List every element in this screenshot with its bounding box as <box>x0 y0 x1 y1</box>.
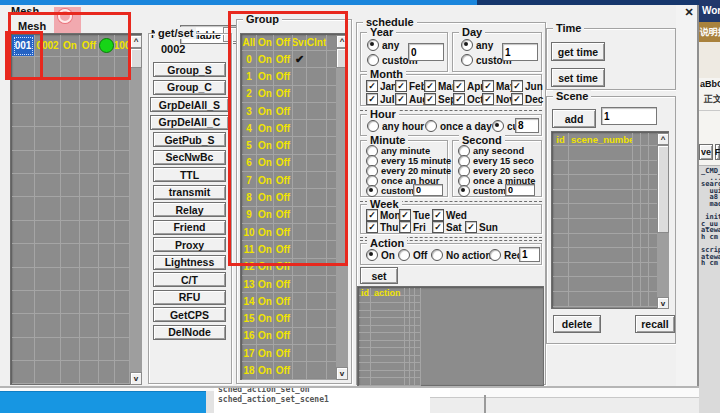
getset-button-grpdelall-s[interactable]: GrpDelAll_S <box>150 97 229 112</box>
scene-number-input[interactable] <box>601 107 657 125</box>
radio-icon[interactable] <box>367 39 379 51</box>
close-icon[interactable]: ✕ <box>682 5 696 19</box>
checkbox-item-sat[interactable]: ✓Sat <box>432 221 465 233</box>
checkbox-icon[interactable]: ✓ <box>465 221 477 233</box>
radio-icon[interactable] <box>492 120 504 132</box>
group-svr-cell[interactable] <box>293 310 307 327</box>
hour-custom-input[interactable] <box>515 118 539 133</box>
radio-icon[interactable] <box>489 249 501 261</box>
group-on-cell[interactable]: On <box>257 310 274 327</box>
radio-icon[interactable] <box>367 54 379 66</box>
second-custom-input[interactable] <box>505 184 535 196</box>
minute-option-4[interactable]: custom <box>366 185 414 197</box>
group-on-cell[interactable]: On <box>257 328 274 345</box>
checkbox-item-jan[interactable]: ✓Jan <box>366 80 395 92</box>
checkbox-item-jul[interactable]: ✓Jul <box>366 93 395 105</box>
group-off-cell[interactable]: Off <box>274 293 293 310</box>
checkbox-item-may[interactable]: ✓May <box>482 80 511 92</box>
getset-button-transmit[interactable]: transmit <box>153 185 226 200</box>
scroll-down-icon[interactable]: v <box>130 372 142 385</box>
checkbox-icon[interactable]: ✓ <box>511 93 523 105</box>
checkbox-item-sun[interactable]: ✓Sun <box>465 221 498 233</box>
checkbox-icon[interactable]: ✓ <box>482 93 494 105</box>
recall-scene-button[interactable]: recall <box>635 315 675 333</box>
group-on-cell[interactable]: On <box>257 276 274 293</box>
hour-any-option[interactable]: any hour <box>367 120 424 132</box>
scene-scrollbar[interactable]: ^ v <box>657 133 669 309</box>
radio-icon[interactable] <box>398 249 410 261</box>
checkbox-item-dec[interactable]: ✓Dec <box>511 93 540 105</box>
group-off-cell[interactable]: Off <box>274 362 293 379</box>
minute-custom-input[interactable] <box>413 184 443 196</box>
group-clnt-cell[interactable] <box>307 362 327 379</box>
checkbox-item-apr[interactable]: ✓Apr <box>453 80 482 92</box>
checkbox-icon[interactable]: ✓ <box>424 80 436 92</box>
checkbox-icon[interactable]: ✓ <box>453 93 465 105</box>
delete-scene-button[interactable]: delete <box>553 315 601 333</box>
getset-button-group-s[interactable]: Group_S <box>153 62 226 77</box>
scrollbar-thumb[interactable] <box>657 145 669 233</box>
add-scene-button[interactable]: add <box>552 109 596 128</box>
checkbox-item-feb[interactable]: ✓Feb <box>395 80 424 92</box>
checkbox-icon[interactable]: ✓ <box>366 209 378 221</box>
group-svr-cell[interactable] <box>293 345 307 362</box>
checkbox-icon[interactable]: ✓ <box>366 221 378 233</box>
group-svr-cell[interactable] <box>293 293 307 310</box>
day-custom-input[interactable] <box>502 43 538 61</box>
group-off-cell[interactable]: Off <box>274 328 293 345</box>
scroll-up-icon[interactable]: ^ <box>657 133 669 145</box>
scrollbar-thumb[interactable] <box>130 48 142 68</box>
group-clnt-cell[interactable] <box>307 293 327 310</box>
checkbox-icon[interactable]: ✓ <box>511 80 523 92</box>
radio-icon[interactable] <box>431 249 443 261</box>
group-on-cell[interactable]: On <box>257 293 274 310</box>
radio-icon[interactable] <box>367 120 379 132</box>
checkbox-icon[interactable]: ✓ <box>482 80 494 92</box>
checkbox-icon[interactable]: ✓ <box>424 93 436 105</box>
group-svr-cell[interactable] <box>293 362 307 379</box>
getset-button-getpub-s[interactable]: GetPub_S <box>153 132 226 147</box>
word-partial-button-1[interactable]: ve <box>699 144 713 160</box>
group-clnt-cell[interactable] <box>307 345 327 362</box>
get-time-button[interactable]: get time <box>551 42 605 61</box>
mesh-scrollbar[interactable]: ^ v <box>130 35 142 385</box>
group-off-cell[interactable]: Off <box>274 276 293 293</box>
checkbox-icon[interactable]: ✓ <box>432 221 444 233</box>
group-clnt-cell[interactable] <box>307 310 327 327</box>
scroll-down-icon[interactable]: v <box>336 367 348 380</box>
checkbox-icon[interactable]: ✓ <box>432 209 444 221</box>
getset-button-lightness[interactable]: Lightness <box>153 255 226 270</box>
getset-button-friend[interactable]: Friend <box>153 220 226 235</box>
getset-button-getcps[interactable]: GetCPS <box>153 307 226 322</box>
action-noaction-option[interactable]: No action <box>431 249 492 261</box>
action-off-option[interactable]: Off <box>398 249 427 261</box>
getset-button-proxy[interactable]: Proxy <box>153 237 226 252</box>
radio-icon[interactable] <box>425 120 437 132</box>
checkbox-item-thu[interactable]: ✓Thu <box>366 221 399 233</box>
getset-button-rfu[interactable]: RFU <box>153 290 226 305</box>
checkbox-item-fri[interactable]: ✓Fri <box>399 221 432 233</box>
getset-button-secnwbc[interactable]: SecNwBc <box>153 150 226 165</box>
radio-icon[interactable] <box>461 54 473 66</box>
group-off-cell[interactable]: Off <box>274 345 293 362</box>
checkbox-item-mar[interactable]: ✓Mar <box>424 80 453 92</box>
checkbox-icon[interactable]: ✓ <box>366 93 378 105</box>
checkbox-icon[interactable]: ✓ <box>366 80 378 92</box>
group-off-cell[interactable]: Off <box>274 310 293 327</box>
checkbox-icon[interactable]: ✓ <box>395 80 407 92</box>
getset-button-relay[interactable]: Relay <box>153 202 226 217</box>
group-svr-cell[interactable] <box>293 276 307 293</box>
checkbox-item-wed[interactable]: ✓Wed <box>432 209 465 221</box>
scroll-down-icon[interactable]: v <box>657 297 669 309</box>
getset-button-group-c[interactable]: Group_C <box>153 80 226 95</box>
group-clnt-cell[interactable] <box>307 328 327 345</box>
group-svr-cell[interactable] <box>293 328 307 345</box>
second-option-4[interactable]: custom <box>458 185 506 197</box>
year-any-option[interactable]: any <box>367 39 399 51</box>
set-button[interactable]: set <box>360 267 398 284</box>
getset-button-ttl[interactable]: TTL <box>153 167 226 182</box>
checkbox-icon[interactable]: ✓ <box>453 80 465 92</box>
action-recall-input[interactable] <box>519 247 540 262</box>
radio-icon[interactable] <box>366 185 378 197</box>
checkbox-item-oct[interactable]: ✓Oct <box>453 93 482 105</box>
